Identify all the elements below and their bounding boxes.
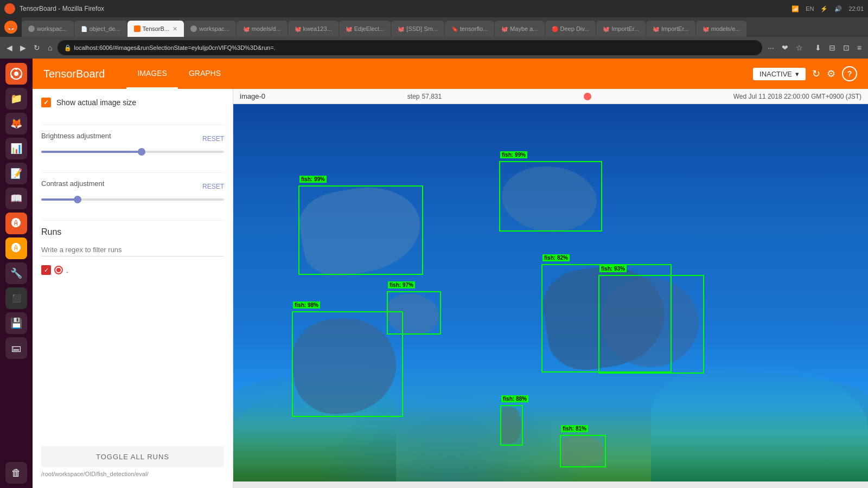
tb-header-right: INACTIVE ▾ ↻ ⚙ ? — [753, 66, 857, 81]
contrast-reset-btn[interactable]: RESET — [202, 183, 224, 190]
toggle-all-runs-button[interactable]: TOGGLE ALL RUNS — [41, 446, 224, 467]
tab-kwea[interactable]: 🐙 kwea123... — [288, 21, 339, 37]
tab-models-e[interactable]: 🐙 models/e... — [696, 21, 747, 37]
coral-right — [651, 362, 868, 481]
office-icon[interactable]: 📊 — [5, 138, 27, 159]
terminal-icon[interactable]: ⬛ — [5, 287, 27, 309]
image-panel-header: image-0 step 57,831 Wed Jul 11 2018 22:0… — [233, 89, 868, 104]
pocket-btn[interactable]: ❤ — [780, 41, 790, 54]
divider-2 — [41, 172, 224, 173]
detect-label-5: fish: 82% — [542, 254, 570, 261]
browser-icon[interactable]: 🦊 — [5, 113, 27, 134]
tab-object-de[interactable]: 📄 object_de... — [74, 21, 127, 37]
detect-box-8: fish: 81% — [560, 435, 606, 467]
back-button[interactable]: ◀ — [4, 41, 15, 54]
keyboard-icon: EN — [806, 5, 814, 12]
writer-icon[interactable]: 📖 — [5, 188, 27, 209]
run-color-indicator — [54, 266, 63, 274]
help-button[interactable]: ? — [842, 66, 857, 81]
tab-graphs[interactable]: GRAPHS — [178, 59, 232, 89]
tab-maybe[interactable]: 🐙 Maybe a... — [495, 21, 544, 37]
tab-edje[interactable]: 🐙 EdjeElect... — [339, 21, 391, 37]
volume-icon: 🔊 — [834, 5, 842, 12]
detect-label-6: fish: 93% — [599, 265, 627, 272]
timestamp: Wed Jul 11 2018 22:00:00 GMT+0900 (JST) — [733, 93, 861, 100]
software-icon[interactable]: 🅐 — [5, 213, 27, 234]
svg-point-2 — [15, 68, 17, 70]
step-label: step — [407, 93, 420, 100]
browser-title: TensorBoard - Mozilla Firefox — [20, 5, 104, 12]
contrast-slider-track[interactable] — [41, 198, 224, 201]
url-bar[interactable]: 🔒 localhost:6006/#images&runSelectionSta… — [58, 40, 762, 55]
detect-label-1: fish: 99% — [299, 176, 327, 183]
reload-tb-button[interactable]: ↻ — [812, 68, 820, 80]
runs-regex-input[interactable] — [41, 243, 224, 256]
tab-ssd[interactable]: 🐙 [SSD] Sm... — [391, 21, 444, 37]
tools-icon[interactable]: 🔧 — [5, 262, 27, 284]
trash-icon[interactable]: 🗑 — [5, 462, 27, 484]
brightness-slider-track[interactable] — [41, 151, 224, 153]
detect-box-2: fish: 99% — [499, 161, 602, 232]
os-menu-icon — [4, 3, 15, 14]
tab-tensorboard[interactable]: TensorB... ✕ — [127, 21, 184, 37]
address-bar: ◀ ▶ ↻ ⌂ 🔒 localhost:6006/#images&runSele… — [0, 37, 868, 59]
lock-icon: 🔒 — [64, 44, 72, 52]
spacer — [41, 286, 224, 446]
detect-label-3: fish: 97% — [388, 281, 415, 288]
tab-import2[interactable]: 🐙 ImportEr... — [646, 21, 695, 37]
brightness-slider-filled — [41, 151, 142, 153]
window-btn[interactable]: ⊡ — [841, 41, 852, 54]
brightness-reset-btn[interactable]: RESET — [202, 135, 224, 143]
brightness-slider-thumb[interactable] — [138, 148, 145, 156]
divider-1 — [41, 125, 224, 125]
download-btn[interactable]: ⬇ — [813, 41, 824, 54]
firefox-menu[interactable]: 🦊 — [0, 17, 22, 37]
tab-deep[interactable]: 🔴 Deep Div... — [545, 21, 596, 37]
tab-images[interactable]: IMAGES — [126, 59, 177, 89]
menu-btn[interactable]: ≡ — [855, 41, 864, 54]
ubuntu-icon[interactable] — [5, 63, 27, 85]
more-btn[interactable]: ··· — [765, 41, 776, 54]
detect-label-4: fish: 98% — [293, 301, 320, 309]
star-btn[interactable]: ☆ — [794, 41, 805, 54]
svg-point-1 — [14, 72, 18, 76]
run-name-dot: . — [66, 266, 68, 274]
tb-header: TensorBoard IMAGES GRAPHS INACTIVE ▾ ↻ ⚙… — [33, 59, 868, 89]
disk2-icon[interactable]: 🖴 — [5, 337, 27, 359]
tab-models-d[interactable]: 🐙 models/d... — [237, 21, 288, 37]
forward-button[interactable]: ▶ — [18, 41, 28, 54]
disk-icon[interactable]: 💾 — [5, 312, 27, 334]
step-value: 57,831 — [422, 93, 442, 100]
tab-bar: 🦊 workspac... 📄 object_de... TensorB... … — [0, 17, 868, 37]
os-sidebar: 📁 🦊 📊 📝 📖 🅐 🅐 🔧 ⬛ 💾 🖴 🗑 — [0, 59, 33, 488]
dropdown-icon: ▾ — [795, 70, 799, 78]
tab-import1[interactable]: 🐙 ImportEr... — [596, 21, 646, 37]
divider-3 — [41, 220, 224, 221]
detect-box-4: fish: 98% — [292, 311, 403, 417]
contrast-label: Contrast adjustment — [41, 179, 104, 188]
contrast-slider-thumb[interactable] — [74, 196, 81, 203]
reload-button[interactable]: ↻ — [31, 41, 42, 54]
files-icon[interactable]: 📁 — [5, 88, 27, 110]
tab-workspace2[interactable]: workspac... — [184, 21, 236, 37]
clock: 22:01 — [848, 5, 864, 12]
home-button[interactable]: ⌂ — [46, 41, 54, 54]
tb-nav: IMAGES GRAPHS — [126, 59, 232, 89]
run-checkbox-dot[interactable] — [41, 265, 51, 275]
image-title: image-0 — [240, 92, 265, 100]
office2-icon[interactable]: 📝 — [5, 163, 27, 184]
tab-workspace1[interactable]: workspac... — [22, 21, 74, 37]
tab-tensorflo[interactable]: 🔖 tensorflo... — [445, 21, 494, 37]
image-container: fish: 99% fish: 99% fish: 97% fish: 98 — [233, 104, 868, 481]
sidebar-btn[interactable]: ⊟ — [827, 41, 838, 54]
close-dot[interactable] — [584, 93, 591, 100]
amazon-icon[interactable]: 🅐 — [5, 237, 27, 259]
show-actual-size-checkbox[interactable] — [41, 98, 51, 107]
left-panel: Show actual image size Brightness adjust… — [33, 89, 233, 488]
tb-app: TensorBoard IMAGES GRAPHS INACTIVE ▾ ↻ ⚙… — [33, 59, 868, 488]
inactive-dropdown[interactable]: INACTIVE ▾ — [753, 68, 806, 80]
settings-button[interactable]: ⚙ — [827, 68, 835, 80]
tab-close-tensorboard[interactable]: ✕ — [173, 25, 177, 33]
tb-content: Show actual image size Brightness adjust… — [33, 89, 868, 488]
tb-logo: TensorBoard — [43, 68, 105, 80]
